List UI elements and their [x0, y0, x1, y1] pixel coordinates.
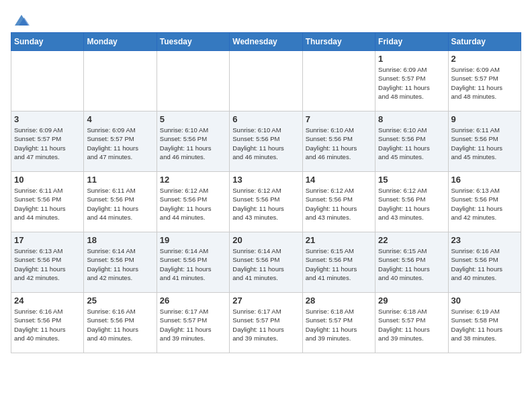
- day-number: 11: [87, 175, 153, 185]
- day-number: 16: [451, 175, 518, 185]
- page-header: [11, 11, 521, 26]
- day-info: Sunrise: 6:10 AM Sunset: 5:56 PM Dayligh…: [160, 126, 226, 161]
- day-info: Sunrise: 6:12 AM Sunset: 5:56 PM Dayligh…: [306, 186, 372, 222]
- day-info: Sunrise: 6:11 AM Sunset: 5:56 PM Dayligh…: [87, 186, 153, 222]
- calendar-cell: 16Sunrise: 6:13 AM Sunset: 5:56 PM Dayli…: [448, 172, 521, 232]
- calendar-cell: 6Sunrise: 6:10 AM Sunset: 5:56 PM Daylig…: [230, 111, 302, 172]
- day-info: Sunrise: 6:17 AM Sunset: 5:57 PM Dayligh…: [160, 307, 226, 342]
- weekday-header: Friday: [375, 33, 448, 51]
- calendar-cell: 17Sunrise: 6:13 AM Sunset: 5:56 PM Dayli…: [11, 232, 84, 293]
- calendar-week-row: 10Sunrise: 6:11 AM Sunset: 5:56 PM Dayli…: [11, 172, 521, 232]
- day-number: 24: [14, 295, 81, 306]
- calendar-cell: 18Sunrise: 6:14 AM Sunset: 5:56 PM Dayli…: [84, 232, 157, 293]
- day-info: Sunrise: 6:12 AM Sunset: 5:56 PM Dayligh…: [378, 186, 445, 222]
- calendar-cell: [230, 51, 302, 111]
- calendar-week-row: 3Sunrise: 6:09 AM Sunset: 5:57 PM Daylig…: [11, 111, 521, 172]
- day-info: Sunrise: 6:16 AM Sunset: 5:56 PM Dayligh…: [87, 307, 153, 342]
- day-number: 27: [232, 295, 299, 306]
- day-info: Sunrise: 6:10 AM Sunset: 5:56 PM Dayligh…: [306, 126, 372, 161]
- day-info: Sunrise: 6:18 AM Sunset: 5:57 PM Dayligh…: [306, 307, 372, 342]
- day-number: 14: [306, 175, 372, 185]
- calendar-cell: 5Sunrise: 6:10 AM Sunset: 5:56 PM Daylig…: [157, 111, 229, 172]
- calendar-header-row: SundayMondayTuesdayWednesdayThursdayFrid…: [11, 33, 521, 51]
- weekday-header: Saturday: [448, 33, 521, 51]
- weekday-header: Tuesday: [157, 33, 229, 51]
- day-number: 6: [232, 114, 299, 124]
- calendar-week-row: 24Sunrise: 6:16 AM Sunset: 5:56 PM Dayli…: [11, 293, 521, 353]
- day-number: 2: [451, 54, 518, 64]
- calendar-week-row: 1Sunrise: 6:09 AM Sunset: 5:57 PM Daylig…: [11, 51, 521, 111]
- day-number: 22: [378, 235, 445, 245]
- day-number: 12: [160, 175, 226, 185]
- day-info: Sunrise: 6:10 AM Sunset: 5:56 PM Dayligh…: [232, 126, 299, 161]
- calendar-cell: 23Sunrise: 6:16 AM Sunset: 5:56 PM Dayli…: [448, 232, 521, 293]
- logo: [11, 11, 31, 26]
- day-number: 20: [232, 235, 299, 245]
- day-number: 1: [378, 54, 445, 64]
- calendar-cell: 20Sunrise: 6:14 AM Sunset: 5:56 PM Dayli…: [230, 232, 302, 293]
- calendar-cell: 24Sunrise: 6:16 AM Sunset: 5:56 PM Dayli…: [11, 293, 84, 353]
- weekday-header: Wednesday: [230, 33, 302, 51]
- calendar-cell: 7Sunrise: 6:10 AM Sunset: 5:56 PM Daylig…: [302, 111, 375, 172]
- day-number: 7: [306, 114, 372, 124]
- day-number: 28: [306, 295, 372, 306]
- day-number: 9: [451, 114, 518, 124]
- day-info: Sunrise: 6:11 AM Sunset: 5:56 PM Dayligh…: [451, 126, 518, 161]
- day-number: 8: [378, 114, 445, 124]
- day-info: Sunrise: 6:09 AM Sunset: 5:57 PM Dayligh…: [87, 126, 153, 161]
- day-info: Sunrise: 6:17 AM Sunset: 5:57 PM Dayligh…: [232, 307, 299, 342]
- day-info: Sunrise: 6:13 AM Sunset: 5:56 PM Dayligh…: [14, 246, 81, 282]
- weekday-header: Monday: [84, 33, 157, 51]
- day-number: 23: [451, 235, 518, 245]
- day-info: Sunrise: 6:15 AM Sunset: 5:56 PM Dayligh…: [378, 246, 445, 282]
- weekday-header: Sunday: [11, 33, 84, 51]
- calendar-week-row: 17Sunrise: 6:13 AM Sunset: 5:56 PM Dayli…: [11, 232, 521, 293]
- calendar-cell: 11Sunrise: 6:11 AM Sunset: 5:56 PM Dayli…: [84, 172, 157, 232]
- day-info: Sunrise: 6:14 AM Sunset: 5:56 PM Dayligh…: [160, 246, 226, 282]
- day-number: 5: [160, 114, 226, 124]
- day-info: Sunrise: 6:09 AM Sunset: 5:57 PM Dayligh…: [378, 65, 445, 101]
- calendar-cell: 30Sunrise: 6:19 AM Sunset: 5:58 PM Dayli…: [448, 293, 521, 353]
- calendar-cell: 15Sunrise: 6:12 AM Sunset: 5:56 PM Dayli…: [375, 172, 448, 232]
- weekday-header: Thursday: [302, 33, 375, 51]
- day-info: Sunrise: 6:12 AM Sunset: 5:56 PM Dayligh…: [160, 186, 226, 222]
- calendar-cell: 19Sunrise: 6:14 AM Sunset: 5:56 PM Dayli…: [157, 232, 229, 293]
- calendar-cell: [157, 51, 229, 111]
- calendar-cell: 9Sunrise: 6:11 AM Sunset: 5:56 PM Daylig…: [448, 111, 521, 172]
- calendar-cell: 3Sunrise: 6:09 AM Sunset: 5:57 PM Daylig…: [11, 111, 84, 172]
- day-info: Sunrise: 6:16 AM Sunset: 5:56 PM Dayligh…: [451, 246, 518, 282]
- calendar-cell: 25Sunrise: 6:16 AM Sunset: 5:56 PM Dayli…: [84, 293, 157, 353]
- day-number: 17: [14, 235, 81, 245]
- day-number: 21: [306, 235, 372, 245]
- day-number: 18: [87, 235, 153, 245]
- day-number: 19: [160, 235, 226, 245]
- day-info: Sunrise: 6:18 AM Sunset: 5:57 PM Dayligh…: [378, 307, 445, 342]
- day-info: Sunrise: 6:13 AM Sunset: 5:56 PM Dayligh…: [451, 186, 518, 222]
- calendar-cell: 28Sunrise: 6:18 AM Sunset: 5:57 PM Dayli…: [302, 293, 375, 353]
- calendar-cell: 8Sunrise: 6:10 AM Sunset: 5:56 PM Daylig…: [375, 111, 448, 172]
- day-info: Sunrise: 6:09 AM Sunset: 5:57 PM Dayligh…: [14, 126, 81, 161]
- day-number: 10: [14, 175, 81, 185]
- calendar-cell: 10Sunrise: 6:11 AM Sunset: 5:56 PM Dayli…: [11, 172, 84, 232]
- day-number: 29: [378, 295, 445, 306]
- calendar-cell: [84, 51, 157, 111]
- calendar-cell: 21Sunrise: 6:15 AM Sunset: 5:56 PM Dayli…: [302, 232, 375, 293]
- day-info: Sunrise: 6:12 AM Sunset: 5:56 PM Dayligh…: [232, 186, 299, 222]
- logo-icon: [12, 11, 31, 30]
- calendar-cell: 26Sunrise: 6:17 AM Sunset: 5:57 PM Dayli…: [157, 293, 229, 353]
- day-info: Sunrise: 6:15 AM Sunset: 5:56 PM Dayligh…: [306, 246, 372, 282]
- calendar-cell: 29Sunrise: 6:18 AM Sunset: 5:57 PM Dayli…: [375, 293, 448, 353]
- day-number: 4: [87, 114, 153, 124]
- day-number: 3: [14, 114, 81, 124]
- day-info: Sunrise: 6:19 AM Sunset: 5:58 PM Dayligh…: [451, 307, 518, 342]
- calendar-cell: 1Sunrise: 6:09 AM Sunset: 5:57 PM Daylig…: [375, 51, 448, 111]
- day-info: Sunrise: 6:11 AM Sunset: 5:56 PM Dayligh…: [14, 186, 81, 222]
- calendar-cell: 14Sunrise: 6:12 AM Sunset: 5:56 PM Dayli…: [302, 172, 375, 232]
- calendar-cell: 22Sunrise: 6:15 AM Sunset: 5:56 PM Dayli…: [375, 232, 448, 293]
- calendar-cell: 13Sunrise: 6:12 AM Sunset: 5:56 PM Dayli…: [230, 172, 302, 232]
- day-number: 26: [160, 295, 226, 306]
- day-number: 15: [378, 175, 445, 185]
- day-info: Sunrise: 6:09 AM Sunset: 5:57 PM Dayligh…: [451, 65, 518, 101]
- calendar-cell: 12Sunrise: 6:12 AM Sunset: 5:56 PM Dayli…: [157, 172, 229, 232]
- day-info: Sunrise: 6:14 AM Sunset: 5:56 PM Dayligh…: [232, 246, 299, 282]
